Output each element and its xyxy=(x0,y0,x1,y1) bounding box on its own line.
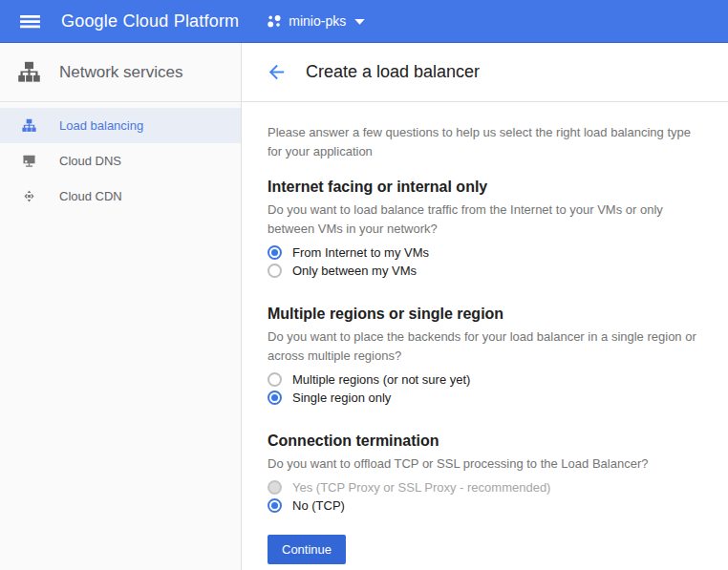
radio-icon xyxy=(268,391,282,405)
section-heading: Multiple regions or single region xyxy=(268,305,705,324)
radio-option-label: Single region only xyxy=(292,391,391,405)
radio-option-label: Only between my VMs xyxy=(292,264,417,278)
radio-icon xyxy=(268,480,282,495)
sidebar-item-cloud-cdn[interactable]: Cloud CDN xyxy=(0,179,241,214)
page-title: Create a load balancer xyxy=(306,62,480,82)
main-panel: Create a load balancer Please answer a f… xyxy=(242,43,728,570)
sidebar-item-label: Cloud DNS xyxy=(59,154,121,168)
radio-group: Yes (TCP Proxy or SSL Proxy - recommende… xyxy=(268,478,705,515)
sidebar-nav: Load balancing Cloud DNS xyxy=(0,102,241,214)
section-question: Do you want to load balance traffic from… xyxy=(268,201,705,239)
sidebar-item-load-balancing[interactable]: Load balancing xyxy=(0,108,241,143)
radio-group: From Internet to my VMs Only between my … xyxy=(268,243,705,280)
radio-option-no-tcp[interactable]: No (TCP) xyxy=(268,496,705,515)
radio-option-multiple-regions[interactable]: Multiple regions (or not sure yet) xyxy=(268,370,705,389)
section-regions: Multiple regions or single region Do you… xyxy=(268,305,705,407)
radio-option-label: No (TCP) xyxy=(292,498,345,513)
load-balancing-icon xyxy=(21,117,37,134)
app-body: Network services Load balancing xyxy=(0,43,728,570)
back-arrow-icon xyxy=(266,61,288,83)
main-header: Create a load balancer xyxy=(242,43,728,102)
radio-icon xyxy=(268,245,282,260)
section-internet-facing: Internet facing or internal only Do you … xyxy=(268,178,705,280)
intro-text: Please answer a few questions to help us… xyxy=(268,123,705,161)
section-question: Do you want to place the backends for yo… xyxy=(268,327,705,366)
top-app-bar: Google Cloud Platform minio-pks xyxy=(0,0,728,43)
radio-option-label: Multiple regions (or not sure yet) xyxy=(292,372,470,387)
radio-option-from-internet[interactable]: From Internet to my VMs xyxy=(268,243,705,262)
cloud-dns-icon xyxy=(21,153,37,169)
sidebar-item-label: Cloud CDN xyxy=(59,189,122,203)
sidebar-item-cloud-dns[interactable]: Cloud DNS xyxy=(0,143,241,179)
project-switcher[interactable]: minio-pks xyxy=(267,13,365,29)
radio-icon xyxy=(268,372,282,387)
sidebar: Network services Load balancing xyxy=(0,43,242,570)
section-question: Do you want to offload TCP or SSL proces… xyxy=(268,454,705,474)
section-heading: Internet facing or internal only xyxy=(268,178,705,197)
sidebar-header: Network services xyxy=(0,43,241,102)
cloud-cdn-icon xyxy=(21,188,37,204)
radio-option-only-between-vms[interactable]: Only between my VMs xyxy=(268,262,705,280)
wizard-content: Please answer a few questions to help us… xyxy=(242,102,728,564)
back-button[interactable] xyxy=(265,61,288,84)
continue-button[interactable]: Continue xyxy=(268,535,346,564)
menu-button[interactable] xyxy=(17,9,42,33)
section-heading: Connection termination xyxy=(268,432,705,451)
section-connection-termination: Connection termination Do you want to of… xyxy=(268,432,705,515)
menu-icon xyxy=(18,10,42,33)
radio-option-label: From Internet to my VMs xyxy=(292,245,429,260)
radio-option-yes-proxy: Yes (TCP Proxy or SSL Proxy - recommende… xyxy=(268,478,705,496)
radio-option-label: Yes (TCP Proxy or SSL Proxy - recommende… xyxy=(292,480,550,495)
gcp-logo[interactable]: Google Cloud Platform xyxy=(61,11,239,32)
network-services-icon xyxy=(16,59,42,85)
project-name: minio-pks xyxy=(289,13,346,29)
radio-icon xyxy=(268,498,282,513)
project-switcher-icon xyxy=(267,13,282,29)
dropdown-arrow-icon xyxy=(354,19,365,26)
radio-icon xyxy=(268,264,282,278)
radio-option-single-region[interactable]: Single region only xyxy=(268,389,705,407)
sidebar-item-label: Load balancing xyxy=(59,118,143,133)
sidebar-title: Network services xyxy=(59,63,182,82)
radio-group: Multiple regions (or not sure yet) Singl… xyxy=(268,370,705,407)
